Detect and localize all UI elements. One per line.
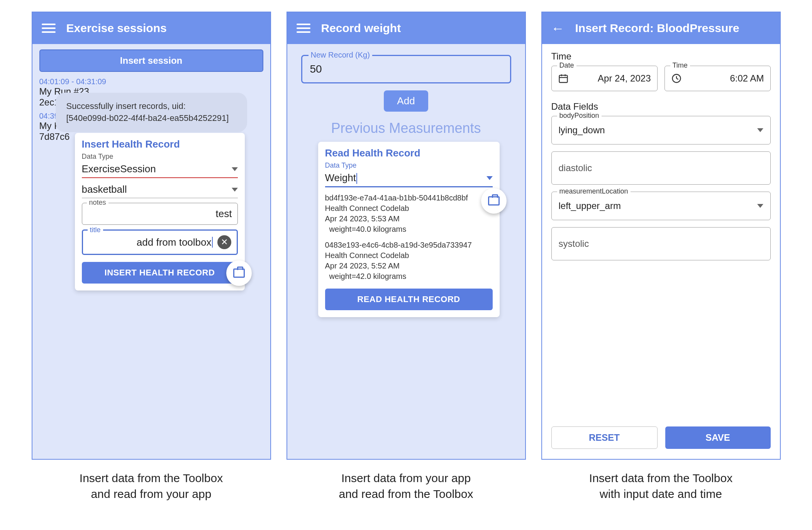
reset-button[interactable]: RESET (551, 426, 658, 449)
menu-icon[interactable] (42, 21, 56, 35)
systolic-placeholder: systolic (559, 238, 589, 249)
insert-health-record-popup: Insert Health Record Data Type ExerciseS… (75, 133, 245, 290)
data-type-value: ExerciseSession (82, 163, 156, 175)
new-record-value: 50 (310, 63, 502, 75)
data-type-value: Weight (325, 172, 356, 183)
snackbar-line1: Successfully insert records, uid: (66, 100, 236, 112)
briefcase-icon (233, 268, 245, 278)
date-label: Date (557, 61, 576, 70)
title-label: title (88, 226, 103, 234)
toolbox-fab[interactable] (481, 188, 507, 214)
content-area: Insert session 04:01:09 - 04:31:09 My Ru… (32, 44, 270, 151)
date-picker[interactable]: Date Apr 24, 2023 (551, 66, 658, 91)
content-area: Time Date Apr 24, 2023 Time 6:02 AM Data… (542, 44, 780, 459)
notes-value: test (88, 208, 232, 220)
svg-line-6 (676, 78, 678, 79)
clock-icon (671, 73, 682, 84)
add-button[interactable]: Add (384, 90, 428, 112)
appbar-title: Record weight (321, 22, 401, 35)
appbar: Exercise sessions (32, 12, 270, 44)
phone-record-weight: Record weight New Record (Kg) 50 Add Pre… (286, 12, 526, 460)
appbar-title: Insert Record: BloodPressure (575, 22, 739, 35)
snackbar: Successfully insert records, uid: [540e0… (56, 93, 247, 132)
title-input[interactable]: title add from toolbox ✕ (82, 229, 238, 255)
toolbox-fab[interactable] (226, 260, 252, 286)
new-record-input[interactable]: New Record (Kg) 50 (301, 55, 511, 83)
calendar-icon (558, 73, 569, 84)
clear-icon[interactable]: ✕ (217, 235, 231, 249)
captions-row: Insert data from the Toolbox and read fr… (12, 471, 800, 502)
reading-entry: 0483e193-e4c6-4cb8-a19d-3e95da733947 Hea… (325, 240, 493, 282)
appbar: Record weight (287, 12, 525, 44)
popup-title: Insert Health Record (82, 138, 238, 150)
popup-title: Read Health Record (325, 147, 493, 159)
content-area: New Record (Kg) 50 Add Previous Measurem… (287, 55, 525, 460)
chevron-down-icon (232, 167, 238, 171)
date-value: Apr 24, 2023 (598, 73, 651, 84)
svg-rect-0 (559, 75, 567, 83)
phone-insert-bloodpressure: ← Insert Record: BloodPressure Time Date… (541, 12, 781, 460)
caption-3: Insert data from the Toolbox with input … (541, 471, 781, 502)
reading-timestamp: Apr 24 2023, 5:52 AM (325, 261, 493, 271)
data-fields-section-label: Data Fields (551, 101, 771, 112)
save-button[interactable]: SAVE (665, 426, 771, 449)
reading-app: Health Connect Codelab (325, 203, 493, 214)
bottom-button-row: RESET SAVE (551, 426, 771, 449)
appbar: ← Insert Record: BloodPressure (542, 12, 780, 44)
measurement-location-dropdown[interactable]: measurementLocation left_upper_arm (551, 192, 771, 220)
panels-row: Exercise sessions Insert session 04:01:0… (12, 12, 800, 460)
back-arrow-icon[interactable]: ← (551, 21, 565, 36)
menu-icon[interactable] (297, 21, 310, 35)
text-cursor (356, 173, 357, 184)
time-picker[interactable]: Time 6:02 AM (665, 66, 771, 91)
phone-exercise-sessions: Exercise sessions Insert session 04:01:0… (32, 12, 271, 460)
previous-measurements-heading: Previous Measurements (287, 120, 525, 136)
briefcase-icon (488, 196, 500, 206)
chevron-down-icon (487, 176, 493, 180)
appbar-title: Exercise sessions (66, 22, 167, 35)
measurement-location-value: left_upper_arm (559, 200, 621, 211)
chevron-down-icon (757, 204, 763, 208)
reading-uuid: bd4f193e-e7a4-41aa-b1bb-50441b8cd8bf (325, 193, 493, 203)
caption-2: Insert data from your app and read from … (286, 471, 526, 502)
systolic-input[interactable]: systolic (551, 227, 771, 260)
reading-timestamp: Apr 24 2023, 5:53 AM (325, 214, 493, 224)
data-type-label: Data Type (82, 153, 238, 161)
exercise-type-dropdown[interactable]: basketball (82, 181, 238, 198)
read-health-record-button[interactable]: READ HEALTH RECORD (325, 289, 493, 310)
session-time: 04:01:09 - 04:31:09 (39, 77, 263, 86)
notes-input[interactable]: notes test (82, 203, 238, 225)
body-position-value: lying_down (559, 125, 605, 136)
insert-session-button[interactable]: Insert session (39, 49, 263, 72)
insert-health-record-button[interactable]: INSERT HEALTH RECORD (82, 262, 238, 284)
measurement-location-label: measurementLocation (557, 187, 631, 195)
diastolic-placeholder: diastolic (559, 163, 592, 173)
body-position-label: bodyPosition (557, 112, 602, 120)
chevron-down-icon (757, 128, 763, 132)
reading-app: Health Connect Codelab (325, 250, 493, 261)
data-type-dropdown[interactable]: Weight (325, 170, 493, 187)
title-value: add from toolbox (137, 236, 212, 248)
new-record-label: New Record (Kg) (309, 51, 372, 59)
chevron-down-icon (232, 188, 238, 192)
body-position-dropdown[interactable]: bodyPosition lying_down (551, 116, 771, 144)
time-value: 6:02 AM (730, 73, 764, 84)
reading-value: weight=40.0 kilograms (325, 224, 493, 234)
snackbar-line2: [540e099d-b022-4f4f-ba24-ea55b4252291] (66, 112, 236, 124)
caption-1: Insert data from the Toolbox and read fr… (32, 471, 271, 502)
time-label: Time (670, 61, 690, 70)
datetime-row: Date Apr 24, 2023 Time 6:02 AM (551, 66, 771, 91)
notes-label: notes (87, 199, 108, 207)
data-type-label: Data Type (325, 161, 493, 170)
reading-entry: bd4f193e-e7a4-41aa-b1bb-50441b8cd8bf Hea… (325, 193, 493, 234)
reading-uuid: 0483e193-e4c6-4cb8-a19d-3e95da733947 (325, 240, 493, 250)
data-type-dropdown[interactable]: ExerciseSession (82, 161, 238, 178)
diastolic-input[interactable]: diastolic (551, 151, 771, 185)
reading-value: weight=42.0 kilograms (325, 271, 493, 282)
time-section-label: Time (551, 51, 771, 62)
text-cursor (212, 237, 213, 248)
exercise-type-value: basketball (82, 183, 127, 195)
read-health-record-popup: Read Health Record Data Type Weight bd4f… (318, 142, 500, 317)
